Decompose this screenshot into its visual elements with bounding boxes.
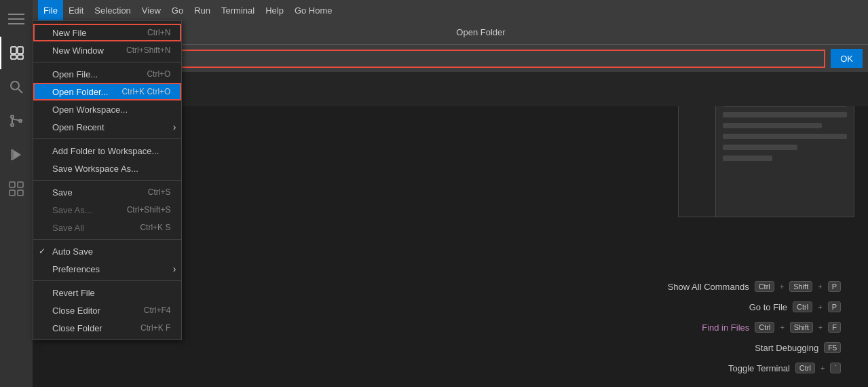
svg-rect-2 bbox=[8, 23, 24, 24]
menu-open-folder[interactable]: Open Folder... Ctrl+K Ctrl+O bbox=[33, 83, 181, 100]
save-workspace-label: Save Workspace As... bbox=[52, 164, 170, 174]
shortcut-start-debugging: Start Debugging F5 bbox=[668, 342, 841, 353]
close-folder-label: Close Folder bbox=[52, 323, 127, 333]
file-dropdown: New File Ctrl+N New Window Ctrl+Shift+N … bbox=[33, 20, 182, 340]
save-as-label: Save As... bbox=[52, 205, 113, 215]
explorer-icon[interactable] bbox=[0, 37, 33, 69]
start-debugging-label: Start Debugging bbox=[755, 343, 818, 353]
menu-view[interactable]: View bbox=[136, 0, 166, 20]
kbd-ctrl-1: Ctrl bbox=[755, 281, 774, 292]
preferences-label: Preferences bbox=[52, 264, 170, 274]
sep1 bbox=[33, 62, 181, 62]
find-files-label: Find in Files bbox=[702, 322, 749, 333]
svg-rect-5 bbox=[11, 55, 16, 59]
revert-file-label: Revert File bbox=[52, 288, 170, 298]
svg-rect-12 bbox=[10, 182, 15, 187]
menu-terminal[interactable]: Terminal bbox=[216, 0, 260, 20]
kbd-ctrl-3: Ctrl bbox=[755, 322, 774, 333]
svg-rect-1 bbox=[8, 18, 24, 20]
source-control-icon[interactable] bbox=[0, 105, 33, 137]
save-all-label: Save All bbox=[52, 223, 126, 233]
menu-revert-file[interactable]: Revert File bbox=[33, 284, 181, 301]
main-content: File Edit Selection View Go Run Terminal… bbox=[33, 0, 868, 387]
menu-open-file[interactable]: Open File... Ctrl+O bbox=[33, 65, 181, 83]
menu-help[interactable]: Help bbox=[260, 0, 289, 20]
menu-file[interactable]: File bbox=[38, 0, 63, 20]
svg-point-7 bbox=[11, 81, 19, 90]
svg-point-9 bbox=[11, 115, 14, 118]
shortcut-find-files: Find in Files Ctrl + Shift + F bbox=[668, 322, 841, 333]
open-recent-label: Open Recent bbox=[52, 122, 170, 132]
show-commands-label: Show All Commands bbox=[668, 282, 749, 292]
shortcut-toggle-terminal: Toggle Terminal Ctrl + ` bbox=[668, 363, 841, 373]
menu-add-folder[interactable]: Add Folder to Workspace... bbox=[33, 142, 181, 160]
menu-preferences[interactable]: Preferences bbox=[33, 260, 181, 278]
new-window-shortcut: Ctrl+Shift+N bbox=[126, 45, 170, 55]
run-debug-icon[interactable] bbox=[0, 139, 33, 171]
kbd-p-1: P bbox=[828, 281, 841, 292]
extensions-icon[interactable] bbox=[0, 172, 33, 205]
kbd-plus-4: + bbox=[780, 323, 784, 331]
menu-save-workspace[interactable]: Save Workspace As... bbox=[33, 160, 181, 177]
activity-bar bbox=[0, 0, 33, 387]
auto-save-check: ✓ bbox=[39, 246, 45, 256]
menu-go[interactable]: Go bbox=[166, 0, 189, 20]
kbd-plus-1: + bbox=[780, 282, 784, 291]
kbd-shift-1: Shift bbox=[789, 281, 812, 292]
menu-open-workspace[interactable]: Open Workspace... bbox=[33, 100, 181, 118]
save-shortcut: Ctrl+S bbox=[148, 187, 171, 197]
kbd-plus-5: + bbox=[818, 323, 823, 331]
svg-rect-6 bbox=[18, 55, 23, 59]
menu-close-folder[interactable]: Close Folder Ctrl+K F bbox=[33, 319, 181, 337]
sep5 bbox=[33, 280, 181, 281]
save-label: Save bbox=[52, 187, 134, 198]
menu-new-window[interactable]: New Window Ctrl+Shift+N bbox=[33, 41, 181, 59]
new-file-shortcut: Ctrl+N bbox=[147, 28, 170, 37]
preview-line-5 bbox=[723, 134, 847, 139]
menu-edit[interactable]: Edit bbox=[63, 0, 89, 20]
sep4 bbox=[33, 239, 181, 240]
menu-save-as[interactable]: Save As... Ctrl+Shift+S bbox=[33, 201, 181, 219]
search-icon[interactable] bbox=[0, 71, 33, 103]
preview-line-4 bbox=[723, 123, 822, 128]
dialog-ok-button[interactable]: OK bbox=[831, 49, 863, 68]
menu-run[interactable]: Run bbox=[189, 0, 216, 20]
close-folder-shortcut: Ctrl+K F bbox=[140, 323, 170, 333]
kbd-f-1: F bbox=[828, 322, 841, 333]
svg-rect-15 bbox=[18, 190, 23, 196]
kbd-backtick: ` bbox=[830, 363, 841, 373]
open-file-shortcut: Ctrl+O bbox=[147, 69, 170, 79]
svg-rect-13 bbox=[18, 182, 23, 187]
svg-rect-4 bbox=[18, 47, 23, 54]
preview-line-3 bbox=[723, 112, 847, 117]
menu-gohome[interactable]: Go Home bbox=[289, 0, 338, 20]
svg-point-10 bbox=[11, 124, 14, 126]
shortcut-goto-file: Go to File Ctrl + P bbox=[668, 301, 841, 312]
open-folder-shortcut: Ctrl+K Ctrl+O bbox=[121, 87, 170, 96]
close-editor-label: Close Editor bbox=[52, 306, 130, 316]
new-window-label: New Window bbox=[52, 45, 113, 56]
open-workspace-label: Open Workspace... bbox=[52, 105, 170, 115]
menu-bar: File Edit Selection View Go Run Terminal… bbox=[33, 0, 868, 20]
menu-selection[interactable]: Selection bbox=[89, 0, 136, 20]
svg-rect-3 bbox=[11, 47, 16, 54]
kbd-ctrl-2: Ctrl bbox=[793, 301, 812, 312]
auto-save-label: Auto Save bbox=[52, 246, 170, 257]
dialog-input-wrapper bbox=[99, 50, 825, 68]
goto-file-label: Go to File bbox=[749, 302, 787, 312]
menu-open-recent[interactable]: Open Recent bbox=[33, 118, 181, 136]
hamburger-icon[interactable] bbox=[0, 3, 33, 35]
menu-auto-save[interactable]: ✓ Auto Save bbox=[33, 242, 181, 260]
shortcut-show-commands: Show All Commands Ctrl + Shift + P bbox=[668, 281, 841, 292]
menu-close-editor[interactable]: Close Editor Ctrl+F4 bbox=[33, 301, 181, 319]
file-menu-dropdown: New File Ctrl+N New Window Ctrl+Shift+N … bbox=[33, 20, 182, 340]
kbd-f5: F5 bbox=[824, 342, 841, 353]
menu-save-all[interactable]: Save All Ctrl+K S bbox=[33, 219, 181, 236]
dialog-title: Open Folder bbox=[94, 20, 868, 45]
menu-save[interactable]: Save Ctrl+S bbox=[33, 183, 181, 201]
folder-path-input[interactable] bbox=[100, 51, 824, 67]
save-as-shortcut: Ctrl+Shift+S bbox=[127, 205, 171, 215]
svg-line-8 bbox=[18, 89, 22, 93]
menu-new-file[interactable]: New File Ctrl+N bbox=[33, 24, 181, 41]
sep2 bbox=[33, 139, 181, 139]
